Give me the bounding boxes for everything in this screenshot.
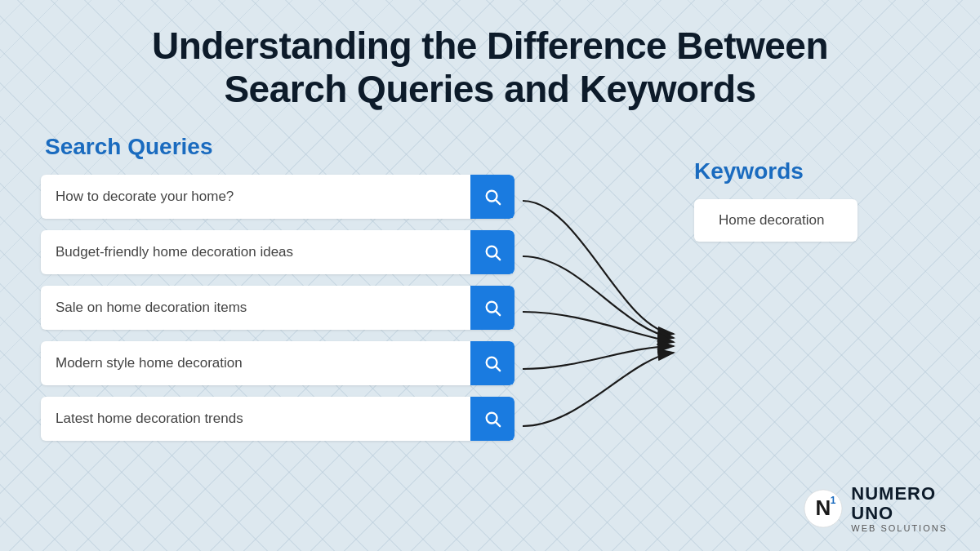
logo-area: N 1 NUMERO UNO WEB SOLUTIONS [804,484,947,533]
search-queries-heading: Search Queries [45,134,514,160]
search-bar-2: Budget-friendly home decoration ideas [41,230,514,274]
search-button-2[interactable] [470,230,514,274]
svg-text:N: N [816,495,831,520]
page-title: Understanding the Difference Between Sea… [41,24,939,111]
logo-numero: NUMERO [851,484,947,504]
keywords-heading: Keywords [694,158,804,184]
arrows-area [514,167,694,513]
logo-icon: N 1 [804,489,843,528]
search-button-4[interactable] [470,341,514,385]
svg-line-9 [496,422,500,426]
svg-line-7 [496,367,500,371]
search-bar-5: Latest home decoration trends [41,397,514,441]
svg-line-1 [496,200,500,204]
main-container: Understanding the Difference Between Sea… [0,0,980,551]
keyword-text: Home decoration [719,212,824,228]
keywords-section: Keywords Home decoration [694,158,939,242]
search-icon-4 [483,354,501,372]
search-queries-section: Search Queries How to decorate your home… [41,134,514,452]
search-query-2-text: Budget-friendly home decoration ideas [41,244,470,260]
svg-text:1: 1 [831,495,836,506]
search-query-5-text: Latest home decoration trends [41,411,470,427]
svg-line-5 [496,311,500,315]
search-button-5[interactable] [470,397,514,441]
search-query-4-text: Modern style home decoration [41,355,470,371]
search-bar-4: Modern style home decoration [41,341,514,385]
search-button-1[interactable] [470,175,514,219]
logo-text-area: NUMERO UNO WEB SOLUTIONS [851,484,947,533]
search-icon-2 [483,243,501,261]
search-icon-3 [483,299,501,317]
search-query-1-text: How to decorate your home? [41,189,470,205]
search-bar-1: How to decorate your home? [41,175,514,219]
search-icon-5 [483,410,501,428]
search-icon-1 [483,188,501,206]
svg-line-3 [496,256,500,260]
keyword-box: Home decoration [694,199,858,242]
logo-uno: UNO [851,504,947,523]
content-area: Search Queries How to decorate your home… [41,134,939,535]
arrows-diagram [514,167,694,509]
search-query-3-text: Sale on home decoration items [41,300,470,316]
search-bar-3: Sale on home decoration items [41,286,514,330]
search-button-3[interactable] [470,286,514,330]
logo-web: WEB SOLUTIONS [851,523,947,533]
